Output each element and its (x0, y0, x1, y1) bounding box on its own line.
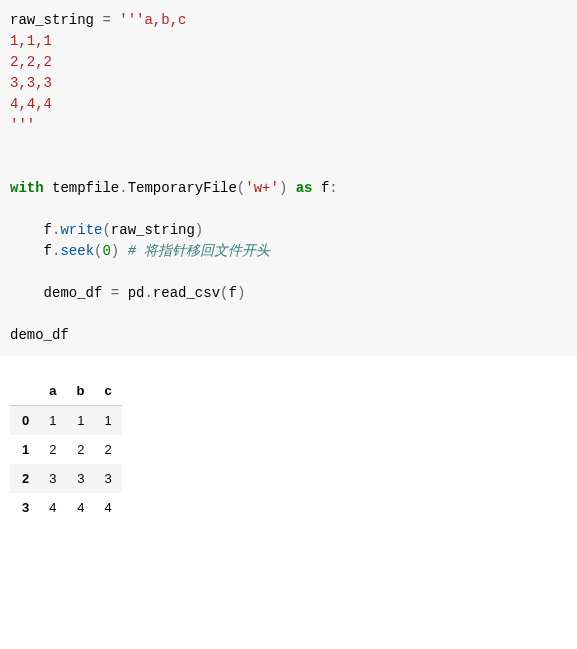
space (44, 180, 52, 196)
arg-f: f (228, 285, 236, 301)
column-header: c (94, 376, 121, 406)
expression-demo-df: demo_df (10, 327, 69, 343)
variable-f: f (44, 243, 52, 259)
module-tempfile: tempfile (52, 180, 119, 196)
table-row: 3 4 4 4 (10, 493, 122, 522)
op-rparen: ) (237, 285, 245, 301)
column-header: a (39, 376, 66, 406)
arg-raw-string: raw_string (111, 222, 195, 238)
op-equals: = (94, 12, 119, 28)
cell: 2 (94, 435, 121, 464)
op-colon: : (329, 180, 337, 196)
op-dot: . (144, 285, 152, 301)
comment: # 将指针移回文件开头 (128, 243, 271, 259)
table-row: 2 3 3 3 (10, 464, 122, 493)
output-cell: a b c 0 1 1 1 1 2 2 2 2 3 3 3 3 4 4 4 (0, 356, 577, 532)
op-rparen: ) (195, 222, 203, 238)
op-equals: = (102, 285, 127, 301)
class-temporaryfile: TemporaryFile (128, 180, 237, 196)
row-index: 0 (10, 406, 39, 436)
keyword-with: with (10, 180, 44, 196)
method-seek: seek (60, 243, 94, 259)
string-open: ''' (119, 12, 144, 28)
cell: 1 (66, 406, 94, 436)
table-row: 0 1 1 1 (10, 406, 122, 436)
csv-row: 1,1,1 (10, 33, 52, 49)
cell: 3 (94, 464, 121, 493)
dataframe-table: a b c 0 1 1 1 1 2 2 2 2 3 3 3 3 4 4 4 (10, 376, 122, 522)
row-index: 3 (10, 493, 39, 522)
cell: 4 (66, 493, 94, 522)
csv-row: 3,3,3 (10, 75, 52, 91)
string-mode: 'w+' (245, 180, 279, 196)
cell: 1 (94, 406, 121, 436)
cell: 3 (66, 464, 94, 493)
row-index: 1 (10, 435, 39, 464)
method-write: write (60, 222, 102, 238)
variable-f: f (44, 222, 52, 238)
keyword-as: as (287, 180, 312, 196)
cell: 2 (39, 435, 66, 464)
indent (10, 243, 44, 259)
arg-zero: 0 (102, 243, 110, 259)
csv-header: a,b,c (144, 12, 186, 28)
table-row: 1 2 2 2 (10, 435, 122, 464)
csv-row: 2,2,2 (10, 54, 52, 70)
op-lparen: ( (237, 180, 245, 196)
variable-demo-df: demo_df (44, 285, 103, 301)
module-pd: pd (128, 285, 145, 301)
cell: 3 (39, 464, 66, 493)
code-cell: raw_string = '''a,b,c 1,1,1 2,2,2 3,3,3 … (0, 0, 577, 356)
index-header-blank (10, 376, 39, 406)
indent (10, 285, 44, 301)
indent (10, 222, 44, 238)
op-lparen: ( (102, 222, 110, 238)
csv-row: 4,4,4 (10, 96, 52, 112)
row-index: 2 (10, 464, 39, 493)
op-dot: . (119, 180, 127, 196)
column-header: b (66, 376, 94, 406)
op-rparen: ) (111, 243, 119, 259)
cell: 1 (39, 406, 66, 436)
string-close: ''' (10, 117, 35, 133)
cell: 2 (66, 435, 94, 464)
variable-f: f (313, 180, 330, 196)
cell: 4 (39, 493, 66, 522)
func-read-csv: read_csv (153, 285, 220, 301)
cell: 4 (94, 493, 121, 522)
variable-name: raw_string (10, 12, 94, 28)
